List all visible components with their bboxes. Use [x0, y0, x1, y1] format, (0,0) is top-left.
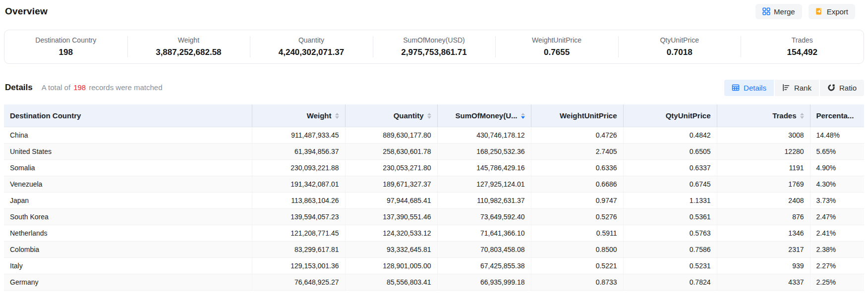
- value-cell: 1346: [717, 225, 810, 241]
- value-cell: 0.6336: [531, 159, 623, 176]
- matched-suffix: records were matched: [89, 83, 162, 92]
- rank-icon: [782, 84, 790, 92]
- summary-item-trades: Trades154,492: [741, 30, 864, 63]
- value-cell: 0.5361: [623, 208, 717, 225]
- value-cell: 113,863,104.26: [252, 192, 345, 208]
- value-cell: 876: [717, 208, 810, 225]
- column-header-label: SumOfMoney(U...: [455, 111, 517, 120]
- value-cell: 2.25%: [810, 274, 864, 290]
- value-cell: 889,630,177.80: [345, 127, 437, 143]
- view-button-ratio-label: Ratio: [839, 84, 857, 92]
- table-row: South Korea139,594,057.23137,390,551.467…: [4, 208, 864, 225]
- country-cell: Colombia: [4, 241, 252, 257]
- value-cell: 76,648,925.27: [252, 274, 345, 290]
- country-cell: Venezuela: [4, 176, 252, 192]
- value-cell: 127,925,124.01: [437, 176, 531, 192]
- value-cell: 83,299,617.81: [252, 241, 345, 257]
- value-cell: 1191: [717, 159, 810, 176]
- column-header-trades[interactable]: Trades: [717, 104, 810, 127]
- value-cell: 0.5763: [623, 225, 717, 241]
- export-button[interactable]: Export: [809, 4, 855, 19]
- table-icon: [732, 84, 740, 92]
- column-header-quantity[interactable]: Quantity: [345, 104, 437, 127]
- merge-button[interactable]: Merge: [755, 4, 802, 19]
- value-cell: 66,935,999.18: [437, 274, 531, 290]
- value-cell: 0.6505: [623, 143, 717, 159]
- details-table: Destination CountryWeightQuantitySumOfMo…: [4, 104, 864, 291]
- export-button-label: Export: [827, 7, 848, 16]
- summary-item-value: 4,240,302,071.37: [279, 48, 344, 57]
- value-cell: 5.65%: [810, 143, 864, 159]
- view-button-ratio[interactable]: Ratio: [820, 80, 864, 96]
- details-title: Details: [5, 83, 33, 93]
- value-cell: 0.6745: [623, 176, 717, 192]
- summary-item-label: Weight: [178, 36, 199, 44]
- country-cell: China: [4, 127, 252, 143]
- value-cell: 71,641,366.10: [437, 225, 531, 241]
- summary-item-destination-country: Destination Country198: [4, 30, 127, 63]
- country-cell: Netherlands: [4, 225, 252, 241]
- matched-text: A total of198records were matched: [42, 83, 163, 92]
- value-cell: 0.5911: [531, 225, 623, 241]
- value-cell: 67,425,855.38: [437, 257, 531, 274]
- value-cell: 121,208,771.45: [252, 225, 345, 241]
- value-cell: 2.38%: [810, 241, 864, 257]
- value-cell: 2.27%: [810, 257, 864, 274]
- value-cell: 189,671,327.37: [345, 176, 437, 192]
- export-icon: [815, 7, 823, 15]
- sort-icon: [521, 113, 525, 119]
- value-cell: 0.8500: [531, 241, 623, 257]
- value-cell: 93,332,645.81: [345, 241, 437, 257]
- caret-up-icon: [335, 113, 339, 115]
- value-cell: 73,649,592.40: [437, 208, 531, 225]
- summary-item-value: 3,887,252,682.58: [156, 48, 221, 57]
- value-cell: 61,394,856.37: [252, 143, 345, 159]
- summary-item-label: Destination Country: [35, 36, 96, 44]
- value-cell: 2.41%: [810, 225, 864, 241]
- caret-down-icon: [427, 116, 431, 119]
- value-cell: 0.4726: [531, 127, 623, 143]
- value-cell: 4337: [717, 274, 810, 290]
- value-cell: 258,630,601.78: [345, 143, 437, 159]
- value-cell: 0.7824: [623, 274, 717, 290]
- country-cell: United States: [4, 143, 252, 159]
- summary-item-label: WeightUnitPrice: [532, 36, 581, 44]
- sort-icon: [427, 113, 431, 119]
- country-cell: South Korea: [4, 208, 252, 225]
- view-button-details[interactable]: Details: [724, 80, 774, 96]
- topbar: Overview Merge: [0, 0, 868, 23]
- view-button-details-label: Details: [744, 84, 766, 92]
- caret-up-icon: [800, 113, 804, 115]
- value-cell: 137,390,551.46: [345, 208, 437, 225]
- view-button-rank[interactable]: Rank: [775, 80, 819, 96]
- matched-prefix: A total of: [42, 83, 70, 92]
- column-header-sumofmoney-u[interactable]: SumOfMoney(U...: [437, 104, 531, 127]
- column-header-destination-country: Destination Country: [4, 104, 252, 127]
- summary-item-qtyunitprice: QtyUnitPrice0.7018: [618, 30, 741, 63]
- value-cell: 12280: [717, 143, 810, 159]
- view-switcher: Details Rank: [724, 80, 864, 96]
- value-cell: 4.30%: [810, 176, 864, 192]
- table-body: China911,487,933.45889,630,177.80430,746…: [4, 127, 864, 290]
- summary-item-value: 154,492: [787, 48, 817, 57]
- country-cell: Japan: [4, 192, 252, 208]
- value-cell: 110,982,631.37: [437, 192, 531, 208]
- column-header-label: Percenta...: [816, 111, 854, 120]
- country-cell: Italy: [4, 257, 252, 274]
- country-cell: Somalia: [4, 159, 252, 176]
- caret-up-icon: [521, 113, 525, 115]
- summary-item-quantity: Quantity4,240,302,071.37: [250, 30, 373, 63]
- column-header-weight[interactable]: Weight: [252, 104, 345, 127]
- value-cell: 85,556,803.41: [345, 274, 437, 290]
- value-cell: 97,944,685.41: [345, 192, 437, 208]
- value-cell: 0.5276: [531, 208, 623, 225]
- summary-card: Destination Country198Weight3,887,252,68…: [4, 30, 864, 64]
- details-bar: Details A total of198records were matche…: [5, 79, 864, 96]
- summary-item-label: QtyUnitPrice: [660, 36, 699, 44]
- value-cell: 2408: [717, 192, 810, 208]
- ratio-icon: [827, 84, 835, 92]
- value-cell: 939: [717, 257, 810, 274]
- value-cell: 70,803,458.08: [437, 241, 531, 257]
- value-cell: 0.5221: [531, 257, 623, 274]
- value-cell: 128,901,005.00: [345, 257, 437, 274]
